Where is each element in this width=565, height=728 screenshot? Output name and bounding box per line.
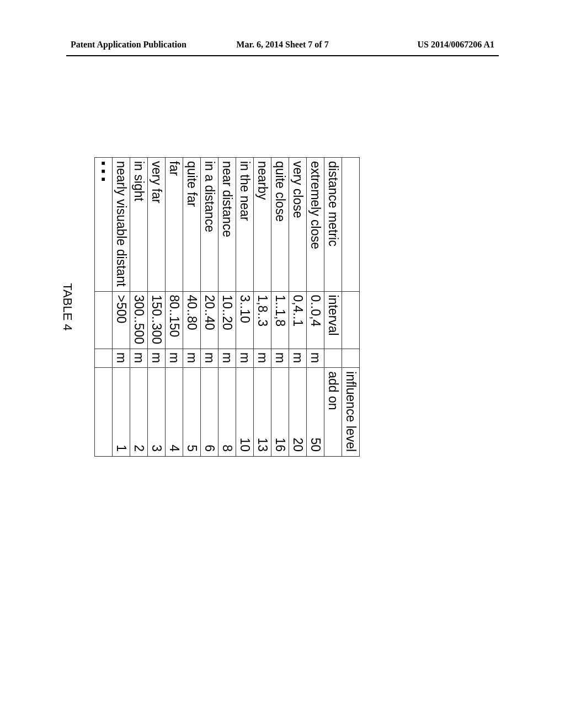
cell-unit: m xyxy=(113,349,130,368)
cell-metric: quite far xyxy=(183,158,201,292)
cell-metric: in the near xyxy=(236,158,254,292)
cell-unit: m xyxy=(236,349,254,368)
table-header-row-1: influence level xyxy=(342,158,360,457)
page-header: Patent Application Publication Mar. 6, 2… xyxy=(0,40,565,55)
table-row: in sight 300..500 m 2 xyxy=(130,158,148,457)
cell-metric: nearby xyxy=(254,158,271,292)
cell-unit: m xyxy=(166,349,183,368)
cell-unit xyxy=(95,349,113,368)
cell-interval: 300..500 xyxy=(130,291,148,349)
cell-influence: 2 xyxy=(130,368,148,457)
table-row: extremely close 0..0,4 m 50 xyxy=(307,158,324,457)
table-row: nearly visuable distant >500 m 1 xyxy=(113,158,130,457)
cell-unit: m xyxy=(201,349,218,368)
hdr-metric-blank xyxy=(342,158,360,292)
table-row: quite far 40..80 m 5 xyxy=(183,158,201,457)
hdr-interval-blank xyxy=(342,291,360,349)
cell-interval: 0,4..1 xyxy=(289,291,307,349)
header-right: US 2014/0067206 A1 xyxy=(417,40,494,50)
hdr-unit xyxy=(324,349,342,368)
cell-interval: 40..80 xyxy=(183,291,201,349)
cell-metric: very far xyxy=(148,158,166,292)
table-row: quite close 1..1,8 m 16 xyxy=(271,158,289,457)
cell-interval: 0..0,4 xyxy=(307,291,324,349)
cell-influence: 3 xyxy=(148,368,166,457)
cell-influence: 50 xyxy=(307,368,324,457)
table-row: in the near 3..10 m 10 xyxy=(236,158,254,457)
table-header-row-2: distance metric interval add on xyxy=(324,158,342,457)
table-row: nearby 1,8..3 m 13 xyxy=(254,158,271,457)
cell-influence: 20 xyxy=(289,368,307,457)
hdr-unit-blank xyxy=(342,349,360,368)
cell-interval: 1..1,8 xyxy=(271,291,289,349)
cell-influence: 16 xyxy=(271,368,289,457)
rotated-figure: influence level distance metric interval… xyxy=(60,157,360,457)
cell-interval: 1,8..3 xyxy=(254,291,271,349)
table-row: in a distance 20..40 m 6 xyxy=(201,158,218,457)
cell-interval: 20..40 xyxy=(201,291,218,349)
distance-influence-table: influence level distance metric interval… xyxy=(94,157,360,457)
cell-influence: 8 xyxy=(218,368,236,457)
cell-unit: m xyxy=(183,349,201,368)
page: Patent Application Publication Mar. 6, 2… xyxy=(0,0,565,728)
cell-influence: 5 xyxy=(183,368,201,457)
cell-unit: m xyxy=(271,349,289,368)
hdr-metric: distance metric xyxy=(324,158,342,292)
cell-metric: quite close xyxy=(271,158,289,292)
table-row: very far 150..300 m 3 xyxy=(148,158,166,457)
cell-influence: 13 xyxy=(254,368,271,457)
cell-influence: 1 xyxy=(113,368,130,457)
cell-influence xyxy=(95,368,113,457)
content-area: influence level distance metric interval… xyxy=(0,66,565,700)
table-caption: TABLE 4 xyxy=(60,157,94,457)
hdr-influence-level: influence level xyxy=(342,368,360,457)
cell-interval: >500 xyxy=(113,291,130,349)
cell-interval: 80..150 xyxy=(166,291,183,349)
cell-interval xyxy=(95,291,113,349)
cell-metric: in a distance xyxy=(201,158,218,292)
hdr-interval: interval xyxy=(324,291,342,349)
cell-metric: far xyxy=(166,158,183,292)
cell-interval: 10..20 xyxy=(218,291,236,349)
cell-metric: ▪ ▪ ▪ xyxy=(95,158,113,292)
cell-metric: extremely close xyxy=(307,158,324,292)
header-divider xyxy=(66,55,499,56)
cell-unit: m xyxy=(148,349,166,368)
cell-influence: 6 xyxy=(201,368,218,457)
cell-unit: m xyxy=(218,349,236,368)
cell-unit: m xyxy=(289,349,307,368)
table-row: near distance 10..20 m 8 xyxy=(218,158,236,457)
table-row: far 80..150 m 4 xyxy=(166,158,183,457)
cell-interval: 150..300 xyxy=(148,291,166,349)
table-row: very close 0,4..1 m 20 xyxy=(289,158,307,457)
hdr-addon: add on xyxy=(324,368,342,457)
cell-unit: m xyxy=(254,349,271,368)
cell-metric: near distance xyxy=(218,158,236,292)
cell-metric: in sight xyxy=(130,158,148,292)
cell-unit: m xyxy=(307,349,324,368)
cell-metric: nearly visuable distant xyxy=(113,158,130,292)
cell-interval: 3..10 xyxy=(236,291,254,349)
cell-unit: m xyxy=(130,349,148,368)
cell-metric: very close xyxy=(289,158,307,292)
cell-influence: 4 xyxy=(166,368,183,457)
table-row-ellipsis: ▪ ▪ ▪ xyxy=(95,158,113,457)
cell-influence: 10 xyxy=(236,368,254,457)
